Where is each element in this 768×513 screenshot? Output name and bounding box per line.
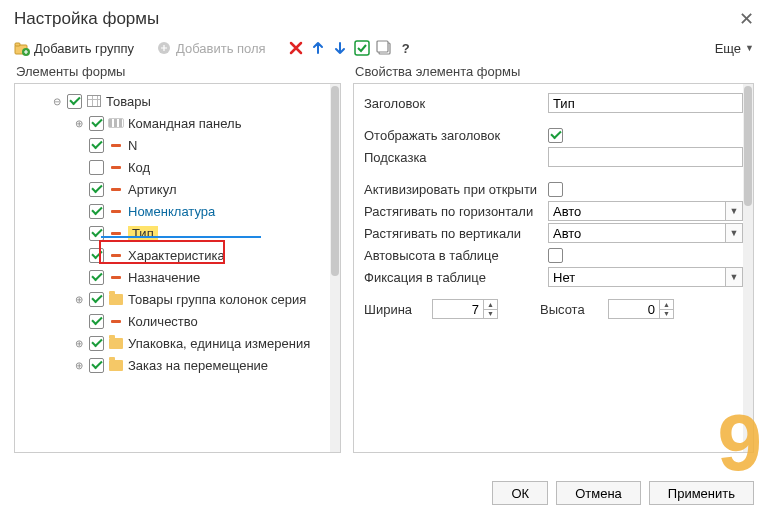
scrollbar-thumb[interactable] xyxy=(331,86,339,276)
delete-icon[interactable] xyxy=(288,40,304,56)
tree-row[interactable]: ⊕Заказ на перемещение xyxy=(19,354,326,376)
tree-checkbox[interactable] xyxy=(67,94,82,109)
tree-row[interactable]: Номенклатура xyxy=(19,200,326,222)
prop-height-input[interactable] xyxy=(608,299,660,319)
close-icon[interactable]: ✕ xyxy=(739,8,754,30)
field-icon xyxy=(108,204,124,218)
tree-checkbox[interactable] xyxy=(89,138,104,153)
prop-width-input[interactable] xyxy=(432,299,484,319)
tree-label: Назначение xyxy=(128,270,200,285)
uncheck-all-icon[interactable] xyxy=(376,40,392,56)
tree-row[interactable]: Количество xyxy=(19,310,326,332)
prop-autoheight-checkbox[interactable] xyxy=(548,248,563,263)
tree-scrollbar[interactable] xyxy=(330,84,340,452)
tree-label: Командная панель xyxy=(128,116,241,131)
folder-icon xyxy=(108,292,124,306)
more-label: Еще xyxy=(715,41,741,56)
folder-icon xyxy=(108,336,124,350)
tree-checkbox[interactable] xyxy=(89,270,104,285)
tree-checkbox[interactable] xyxy=(89,314,104,329)
cmd-icon xyxy=(108,116,124,130)
check-all-icon[interactable] xyxy=(354,40,370,56)
field-icon xyxy=(108,248,124,262)
prop-showheader-label: Отображать заголовок xyxy=(364,128,542,143)
move-down-icon[interactable] xyxy=(332,40,348,56)
prop-activate-checkbox[interactable] xyxy=(548,182,563,197)
more-button[interactable]: Еще ▼ xyxy=(715,41,754,56)
field-icon xyxy=(108,270,124,284)
prop-stretch-h-dd[interactable]: ▼ xyxy=(725,201,743,221)
tree-row[interactable]: Тип xyxy=(19,222,326,244)
add-group-label: Добавить группу xyxy=(34,41,134,56)
prop-showheader-checkbox[interactable] xyxy=(548,128,563,143)
prop-stretch-v-dd[interactable]: ▼ xyxy=(725,223,743,243)
prop-header-label: Заголовок xyxy=(364,96,542,111)
tree-row[interactable]: Характеристика xyxy=(19,244,326,266)
add-fields-label: Добавить поля xyxy=(176,41,266,56)
prop-fixation-dd[interactable]: ▼ xyxy=(725,267,743,287)
prop-stretch-v-label: Растягивать по вертикали xyxy=(364,226,542,241)
folder-icon xyxy=(108,358,124,372)
tree-row[interactable]: ⊖Товары xyxy=(19,90,326,112)
chevron-down-icon: ▼ xyxy=(745,43,754,53)
tree-checkbox[interactable] xyxy=(89,292,104,307)
tree-row[interactable]: ⊕Товары группа колонок серия xyxy=(19,288,326,310)
expander-icon[interactable]: ⊖ xyxy=(51,96,63,107)
add-fields-button: Добавить поля xyxy=(156,40,266,56)
prop-hint-input[interactable] xyxy=(548,147,743,167)
tree-row[interactable]: Назначение xyxy=(19,266,326,288)
expander-icon[interactable]: ⊕ xyxy=(73,294,85,305)
tree-checkbox[interactable] xyxy=(89,358,104,373)
field-icon xyxy=(108,138,124,152)
tree-checkbox[interactable] xyxy=(89,160,104,175)
prop-height-label: Высота xyxy=(540,302,602,317)
props-scrollbar[interactable] xyxy=(743,84,753,452)
expander-icon[interactable]: ⊕ xyxy=(73,360,85,371)
tree-label: Количество xyxy=(128,314,198,329)
tree-row[interactable]: N xyxy=(19,134,326,156)
tree-row[interactable]: Артикул xyxy=(19,178,326,200)
prop-hint-label: Подсказка xyxy=(364,150,542,165)
tree-panel: ⊖Товары⊕Командная панельNКодАртикулНомен… xyxy=(14,83,341,453)
tree-checkbox[interactable] xyxy=(89,226,104,241)
tree-checkbox[interactable] xyxy=(89,182,104,197)
tree-checkbox[interactable] xyxy=(89,336,104,351)
prop-height-spinner[interactable]: ▲▼ xyxy=(660,299,674,319)
tree-row[interactable]: Код xyxy=(19,156,326,178)
tree-label: Характеристика xyxy=(128,248,225,263)
prop-fixation-input[interactable] xyxy=(548,267,725,287)
tree-checkbox[interactable] xyxy=(89,116,104,131)
dialog-title: Настройка формы xyxy=(14,9,159,29)
prop-width-spinner[interactable]: ▲▼ xyxy=(484,299,498,319)
tree-label: Артикул xyxy=(128,182,176,197)
ok-button[interactable]: ОК xyxy=(492,481,548,505)
move-up-icon[interactable] xyxy=(310,40,326,56)
table-icon xyxy=(86,94,102,108)
prop-header-input[interactable] xyxy=(548,93,743,113)
tree-label: Заказ на перемещение xyxy=(128,358,268,373)
prop-fixation-label: Фиксация в таблице xyxy=(364,270,542,285)
tree-label: N xyxy=(128,138,137,153)
svg-rect-6 xyxy=(377,41,388,52)
scrollbar-thumb[interactable] xyxy=(744,86,752,206)
apply-button[interactable]: Применить xyxy=(649,481,754,505)
tree-checkbox[interactable] xyxy=(89,248,104,263)
tree-row[interactable]: ⊕Командная панель xyxy=(19,112,326,134)
nomen-underline xyxy=(101,236,261,238)
add-group-button[interactable]: Добавить группу xyxy=(14,40,134,56)
tree-label: Код xyxy=(128,160,150,175)
prop-stretch-h-input[interactable] xyxy=(548,201,725,221)
tree-row[interactable]: ⊕Упаковка, единица измерения xyxy=(19,332,326,354)
right-panel-title: Свойства элемента формы xyxy=(355,64,754,79)
toolbar: Добавить группу Добавить поля ? Еще ▼ xyxy=(0,36,768,64)
tree-label: Упаковка, единица измерения xyxy=(128,336,310,351)
cancel-button[interactable]: Отмена xyxy=(556,481,641,505)
expander-icon[interactable]: ⊕ xyxy=(73,338,85,349)
prop-stretch-v-input[interactable] xyxy=(548,223,725,243)
prop-stretch-h-label: Растягивать по горизонтали xyxy=(364,204,542,219)
expander-icon[interactable]: ⊕ xyxy=(73,118,85,129)
help-icon[interactable]: ? xyxy=(398,40,414,56)
tree-label: Товары группа колонок серия xyxy=(128,292,306,307)
tree-checkbox[interactable] xyxy=(89,204,104,219)
tree-label: Номенклатура xyxy=(128,204,215,219)
